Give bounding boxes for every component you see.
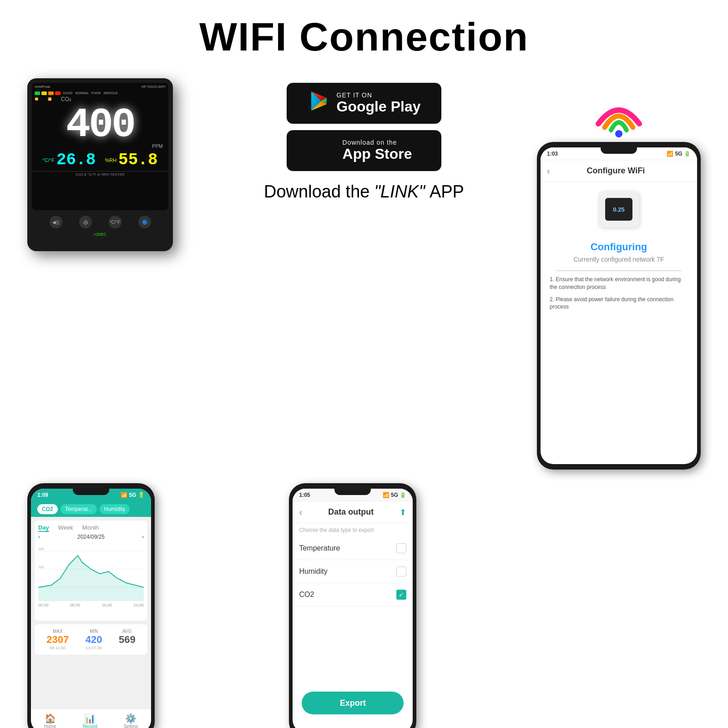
phone3-header: ‹ Configure WiFi bbox=[541, 160, 697, 182]
checkbox-humidity[interactable] bbox=[396, 566, 406, 576]
option-humidity: Humidity bbox=[293, 560, 413, 583]
phone3-signal: 📶 5G 🔋 bbox=[667, 151, 691, 157]
ctrl-bluetooth[interactable]: 🔵 bbox=[138, 216, 151, 228]
phone3-back-button[interactable]: ‹ bbox=[547, 166, 550, 176]
phone3-mockup: 1:03 📶 5G 🔋 ‹ Configure WiFi 0.25 Config… bbox=[537, 142, 701, 470]
instruction-1: 1. Ensure that the network environment i… bbox=[550, 276, 688, 291]
phone3-title: Configure WiFi bbox=[550, 166, 682, 176]
configured-network: Currently configured network 7F bbox=[541, 256, 697, 270]
app-store-button[interactable]: Download on the App Store bbox=[287, 130, 441, 171]
phone2-screen: 1:05 📶 5G 🔋 ‹ Data output ⬆ Choose the d… bbox=[293, 489, 413, 728]
phone2-container: 1:05 📶 5G 🔋 ‹ Data output ⬆ Choose the d… bbox=[289, 483, 416, 728]
phone2-header: ‹ Data output ⬆ bbox=[293, 501, 413, 523]
phones-section: 1:09 📶 5G 🔋 CO2 Temperat... Humidity Day… bbox=[0, 474, 728, 728]
app-store-name: App Store bbox=[343, 146, 412, 162]
option-temperature: Temperature bbox=[293, 537, 413, 560]
link-text: "LINK" bbox=[374, 182, 425, 202]
config-instructions: 1. Ensure that the network environment i… bbox=[541, 271, 697, 320]
ctrl-power[interactable]: ⏻ bbox=[79, 216, 92, 228]
chart-svg: 160 700 00:00 08:00 16:00 24:00 bbox=[38, 542, 144, 606]
apple-icon bbox=[316, 138, 336, 163]
nav-setting[interactable]: ⚙️ Setting bbox=[124, 713, 138, 728]
app-buttons-section: GET IT ON Google Play Download on the Ap… bbox=[264, 83, 464, 202]
stat-min: MIN 420 13:07:39 bbox=[86, 629, 102, 650]
phone1-mockup: 1:09 📶 5G 🔋 CO2 Temperat... Humidity Day… bbox=[27, 483, 155, 728]
x-labels: 00:00 08:00 16:00 24:00 bbox=[38, 603, 144, 607]
checkbox-co2[interactable]: ✓ bbox=[396, 590, 406, 600]
configuring-status: Configuring bbox=[541, 237, 697, 256]
phone2-mockup: 1:05 📶 5G 🔋 ‹ Data output ⬆ Choose the d… bbox=[289, 483, 416, 728]
chart-tab-week[interactable]: Week bbox=[58, 524, 73, 532]
prev-date-btn[interactable]: ‹ bbox=[38, 534, 40, 540]
google-play-icon bbox=[308, 90, 330, 117]
app-text: APP bbox=[430, 182, 464, 202]
tab-co2[interactable]: CO2 bbox=[37, 504, 58, 514]
phone2-notch bbox=[334, 489, 371, 495]
phone2-signal: 📶 5G 🔋 bbox=[383, 492, 407, 498]
temp-value: 26.8 bbox=[56, 151, 96, 169]
tab-temp[interactable]: Temperat... bbox=[61, 504, 97, 514]
stats-row: MAX 2307 09:12:00 MIN 420 13:07:39 AVG 5… bbox=[35, 624, 147, 655]
export-button[interactable]: Export bbox=[302, 692, 404, 714]
phone3-screen: 1:03 📶 5G 🔋 ‹ Configure WiFi 0.25 Config… bbox=[541, 147, 697, 464]
ctrl-sound[interactable]: ◀)) bbox=[50, 216, 62, 228]
mini-device-screen: 0.25 bbox=[605, 198, 632, 221]
phone1-tab-row: CO2 Temperat... Humidity bbox=[31, 501, 151, 517]
phone1-notch bbox=[73, 489, 109, 495]
chart-tab-month[interactable]: Month bbox=[82, 524, 99, 532]
page-title: WIFI Connection bbox=[0, 0, 728, 60]
phone3-notch bbox=[601, 147, 637, 154]
date-row: ‹ 2024/09/25 › bbox=[38, 534, 144, 540]
mini-device-icon: 0.25 bbox=[598, 191, 639, 228]
nav-home[interactable]: 🏠 Home bbox=[44, 713, 56, 728]
svg-text:700: 700 bbox=[38, 565, 45, 569]
ctrl-temp[interactable]: °C/°F bbox=[109, 216, 121, 228]
chart-area: Day Week Month ‹ 2024/09/25 › bbox=[35, 521, 147, 621]
upload-icon[interactable]: ⬆ bbox=[399, 507, 406, 517]
phone1-time: 1:09 bbox=[37, 492, 48, 498]
co2-value: 400 bbox=[32, 102, 168, 148]
bottom-nav: 🏠 Home 📊 Record ⚙️ Setting bbox=[31, 709, 151, 728]
stat-avg: AVG 569 bbox=[119, 629, 136, 650]
google-play-name: Google Play bbox=[337, 99, 421, 115]
phone1-signal: 📶 5G 🔋 bbox=[121, 492, 145, 498]
svg-text:160: 160 bbox=[38, 547, 45, 551]
phone3-container: Supports 2.4G wifi only bbox=[551, 483, 701, 728]
device-brand: HoldPeak bbox=[35, 85, 51, 89]
instruction-2: 2. Please avoid power failure during the… bbox=[550, 296, 688, 311]
stat-max: MAX 2307 09:12:00 bbox=[46, 629, 69, 650]
phone3-time: 1:03 bbox=[547, 151, 558, 157]
google-play-get-text: GET IT ON bbox=[337, 91, 421, 99]
next-date-btn[interactable]: › bbox=[142, 534, 144, 540]
device-image: HoldPeak HP-531G-WIFI GOOD NORMAL POOR S… bbox=[27, 74, 191, 256]
export-btn-area: Export bbox=[302, 692, 404, 714]
app-store-get-text: Download on the bbox=[343, 139, 412, 146]
phone1-screen: 1:09 📶 5G 🔋 CO2 Temperat... Humidity Day… bbox=[31, 489, 151, 728]
chart-tabs: Day Week Month bbox=[38, 524, 144, 532]
wifi-icon bbox=[594, 92, 644, 137]
device-bottom-text: CO2 & °C/°F & %RH TESTER bbox=[32, 171, 168, 177]
current-date: 2024/09/25 bbox=[77, 534, 105, 540]
phone2-back-button[interactable]: ‹ bbox=[299, 507, 302, 517]
google-play-button[interactable]: GET IT ON Google Play bbox=[287, 83, 441, 124]
download-text: Download the bbox=[264, 182, 369, 202]
phone1-container: 1:09 📶 5G 🔋 CO2 Temperat... Humidity Day… bbox=[27, 483, 155, 728]
option-co2: CO2 ✓ bbox=[293, 583, 413, 607]
phone2-title: Data output bbox=[302, 507, 399, 517]
svg-point-4 bbox=[615, 130, 622, 137]
checkbox-temperature[interactable] bbox=[396, 543, 406, 553]
nav-record[interactable]: 📊 Record bbox=[83, 713, 97, 728]
humid-value: 55.8 bbox=[118, 151, 157, 169]
chart-tab-day[interactable]: Day bbox=[38, 524, 49, 532]
tab-humidity[interactable]: Humidity bbox=[100, 504, 130, 514]
device-model: HP-531G-WIFI bbox=[142, 85, 166, 89]
phone2-time: 1:05 bbox=[299, 492, 310, 498]
data-output-subtitle: Choose the data type to export bbox=[293, 523, 413, 537]
